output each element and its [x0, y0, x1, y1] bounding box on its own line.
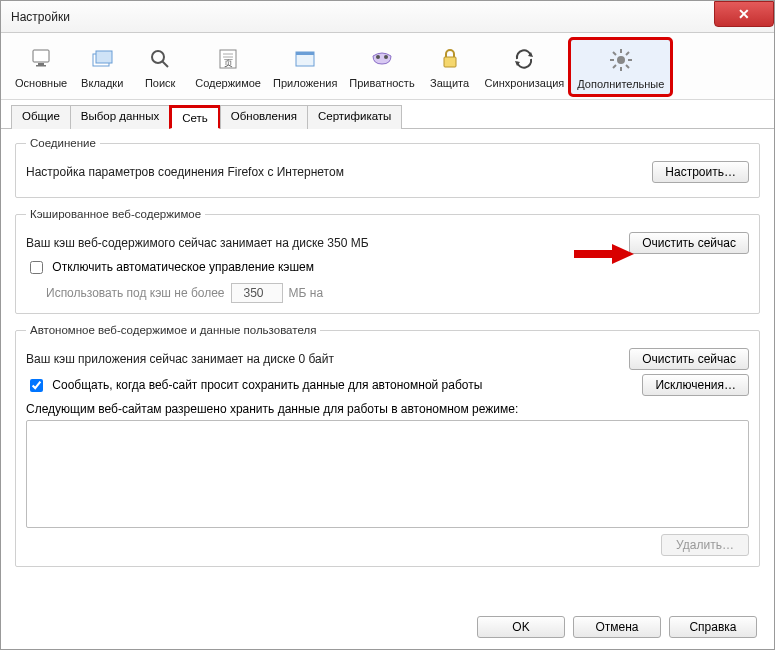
- toolbar-item-applications[interactable]: Приложения: [267, 39, 343, 95]
- svg-line-24: [626, 65, 629, 68]
- toolbar-label: Приложения: [273, 77, 337, 89]
- close-button[interactable]: ✕: [714, 1, 774, 27]
- offline-notify-checkbox[interactable]: [30, 379, 43, 392]
- toolbar: Основные Вкладки Поиск 页 Содержимое Прил…: [1, 33, 774, 100]
- toolbar-item-search[interactable]: Поиск: [131, 39, 189, 95]
- toolbar-label: Приватность: [349, 77, 414, 89]
- svg-rect-4: [96, 51, 112, 63]
- window-title: Настройки: [1, 10, 70, 24]
- tab-network[interactable]: Сеть: [169, 105, 221, 129]
- toolbar-item-privacy[interactable]: Приватность: [343, 39, 420, 95]
- offline-sites-label: Следующим веб-сайтам разрешено хранить д…: [26, 402, 749, 416]
- toolbar-label: Основные: [15, 77, 67, 89]
- offline-notify-label: Сообщать, когда веб-сайт просит сохранит…: [52, 377, 482, 391]
- dialog-footer: OK Отмена Справка: [0, 616, 775, 638]
- section-cache: Кэшированное веб-содержимое Ваш кэш веб-…: [15, 208, 760, 314]
- tab-updates[interactable]: Обновления: [220, 105, 308, 129]
- cache-override-checkbox[interactable]: [30, 261, 43, 274]
- toolbar-item-tabs[interactable]: Вкладки: [73, 39, 131, 95]
- toolbar-label: Дополнительные: [577, 78, 664, 90]
- toolbar-label: Защита: [430, 77, 469, 89]
- tab-general[interactable]: Общие: [11, 105, 71, 129]
- toolbar-item-security[interactable]: Защита: [421, 39, 479, 95]
- tab-row: Общие Выбор данных Сеть Обновления Серти…: [1, 104, 774, 129]
- connection-settings-button[interactable]: Настроить…: [652, 161, 749, 183]
- clear-offline-button[interactable]: Очистить сейчас: [629, 348, 749, 370]
- toolbar-item-general[interactable]: Основные: [9, 39, 73, 95]
- ok-button[interactable]: OK: [477, 616, 565, 638]
- tabs-icon: [86, 43, 118, 75]
- sync-icon: [508, 43, 540, 75]
- svg-line-26: [626, 52, 629, 55]
- monitor-icon: [25, 43, 57, 75]
- cancel-button[interactable]: Отмена: [573, 616, 661, 638]
- cache-desc: Ваш кэш веб-содержимого сейчас занимает …: [26, 236, 369, 250]
- titlebar: Настройки ✕: [1, 1, 774, 33]
- gear-icon: [605, 44, 637, 76]
- cache-limit-row: Использовать под кэш не более МБ на: [46, 283, 749, 303]
- svg-point-18: [617, 56, 625, 64]
- toolbar-item-sync[interactable]: Синхронизация: [479, 39, 571, 95]
- offline-sites-list[interactable]: [26, 420, 749, 528]
- lock-icon: [434, 43, 466, 75]
- cache-limit-input[interactable]: [231, 283, 283, 303]
- cache-limit-unit: МБ на: [289, 286, 324, 300]
- toolbar-item-advanced[interactable]: Дополнительные: [570, 39, 671, 95]
- content-area: Соединение Настройка параметров соединен…: [1, 129, 774, 621]
- offline-desc: Ваш кэш приложения сейчас занимает на ди…: [26, 352, 334, 366]
- svg-rect-12: [296, 52, 314, 55]
- delete-site-button[interactable]: Удалить…: [661, 534, 749, 556]
- cache-limit-pre: Использовать под кэш не более: [46, 286, 225, 300]
- tab-datachoices[interactable]: Выбор данных: [70, 105, 170, 129]
- cache-override-row[interactable]: Отключить автоматическое управление кэше…: [26, 260, 314, 274]
- svg-rect-15: [444, 57, 456, 67]
- section-connection: Соединение Настройка параметров соединен…: [15, 137, 760, 198]
- toolbar-label: Содержимое: [195, 77, 261, 89]
- clear-cache-button[interactable]: Очистить сейчас: [629, 232, 749, 254]
- help-button[interactable]: Справка: [669, 616, 757, 638]
- content-icon: 页: [212, 43, 244, 75]
- section-offline: Автономное веб-содержимое и данные польз…: [15, 324, 760, 567]
- connection-desc: Настройка параметров соединения Firefox …: [26, 165, 344, 179]
- svg-line-23: [613, 52, 616, 55]
- exceptions-button[interactable]: Исключения…: [642, 374, 749, 396]
- search-icon: [144, 43, 176, 75]
- svg-text:页: 页: [224, 58, 233, 68]
- section-connection-legend: Соединение: [26, 137, 100, 149]
- section-offline-legend: Автономное веб-содержимое и данные польз…: [26, 324, 320, 336]
- cache-override-label: Отключить автоматическое управление кэше…: [52, 260, 314, 274]
- toolbar-label: Вкладки: [81, 77, 123, 89]
- section-cache-legend: Кэшированное веб-содержимое: [26, 208, 205, 220]
- tab-certificates[interactable]: Сертификаты: [307, 105, 402, 129]
- svg-line-6: [162, 61, 168, 67]
- toolbar-label: Поиск: [145, 77, 175, 89]
- toolbar-label: Синхронизация: [485, 77, 565, 89]
- svg-point-14: [384, 55, 388, 59]
- toolbar-item-content[interactable]: 页 Содержимое: [189, 39, 267, 95]
- offline-notify-row[interactable]: Сообщать, когда веб-сайт просит сохранит…: [26, 376, 482, 395]
- close-icon: ✕: [738, 6, 750, 22]
- svg-rect-1: [38, 63, 44, 65]
- apps-icon: [289, 43, 321, 75]
- mask-icon: [366, 43, 398, 75]
- svg-rect-0: [33, 50, 49, 62]
- svg-point-13: [376, 55, 380, 59]
- svg-rect-2: [36, 65, 46, 67]
- svg-line-25: [613, 65, 616, 68]
